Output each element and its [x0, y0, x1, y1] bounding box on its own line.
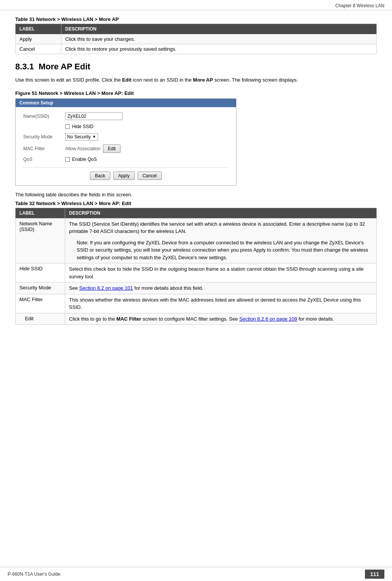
ui-button-row: Back Apply Cancel — [23, 167, 228, 180]
table-row: MAC Filter This shows whether the wirele… — [16, 294, 377, 313]
row-desc: Select this check box to hide the SSID i… — [65, 263, 377, 282]
name-ssid-input[interactable] — [65, 112, 122, 120]
qos-checkbox[interactable] — [65, 157, 70, 162]
apply-button[interactable]: Apply — [113, 172, 135, 180]
table-row: Network Name(SSID) The SSID (Service Set… — [16, 218, 377, 263]
table32-col-desc: DESCRIPTION — [65, 208, 377, 218]
figure51-label: Figure 51 Network > Wireless LAN > More … — [15, 90, 377, 96]
table31-col-label: LABEL — [16, 24, 61, 34]
cancel-button[interactable]: Cancel — [138, 172, 162, 180]
following-text: The following table describes the fields… — [15, 192, 377, 197]
name-ssid-label: Name(SSID) — [23, 114, 65, 119]
row-label: MAC Filter — [16, 294, 65, 313]
table31-col-desc: DESCRIPTION — [61, 24, 377, 34]
security-mode-control: No Security ▼ — [65, 133, 98, 141]
hide-ssid-control: Hide SSID — [65, 124, 93, 129]
back-button[interactable]: Back — [90, 172, 110, 180]
footer-right: 111 — [365, 570, 384, 579]
ui-screenshot-box: Common Setup Name(SSID) Hide SSID Securi… — [15, 98, 236, 186]
row-label: Hide SSID — [16, 263, 65, 282]
table31-caption: Table 31 Network > Wireless LAN > More A… — [15, 16, 377, 22]
row-label: Network Name(SSID) — [16, 218, 65, 263]
security-mode-row: Security Mode No Security ▼ — [23, 133, 228, 141]
table-row: Cancel Click this to restore your previo… — [16, 44, 377, 54]
hide-ssid-label: Hide SSID — [72, 124, 93, 129]
page-header: Chapter 8 Wireless LAN — [0, 0, 392, 10]
page-footer: P-660N-T1A User's Guide 111 — [0, 567, 392, 581]
row-desc: Click this to save your changes. — [61, 34, 377, 44]
row-desc: See Section 8.2 on page 101 for more det… — [65, 282, 377, 294]
row-label: Security Mode — [16, 282, 65, 294]
table-row: Apply Click this to save your changes. — [16, 34, 377, 44]
row-desc: The SSID (Service Set IDentity) identifi… — [65, 218, 377, 263]
security-mode-select[interactable]: No Security ▼ — [65, 133, 98, 141]
mac-filter-value: Allow Association — [65, 146, 101, 151]
security-mode-value: No Security — [67, 134, 91, 140]
qos-label: QoS — [23, 157, 65, 162]
mac-filter-label: MAC Filter — [23, 146, 65, 151]
table-row: Hide SSID Select this check box to hide … — [16, 263, 377, 282]
ui-box-body: Name(SSID) Hide SSID Security Mode No S — [16, 107, 236, 185]
section-heading: 8.3.1 More AP Edit — [15, 62, 377, 72]
select-arrow-icon: ▼ — [92, 135, 96, 139]
security-mode-label: Security Mode — [23, 134, 65, 140]
qos-value: Enable QoS — [72, 157, 97, 162]
table32: LABEL DESCRIPTION Network Name(SSID) The… — [15, 208, 377, 325]
row-label: Edit — [16, 313, 65, 325]
qos-control: Enable QoS — [65, 157, 97, 162]
mac-filter-edit-button[interactable]: Edit — [103, 144, 121, 153]
qos-row: QoS Enable QoS — [23, 157, 228, 162]
hide-ssid-row: Hide SSID — [23, 124, 228, 129]
mac-filter-control: Allow Association Edit — [65, 144, 120, 153]
name-ssid-row: Name(SSID) — [23, 112, 228, 120]
ui-box-header: Common Setup — [16, 99, 236, 107]
row-desc: Click this to restore your previously sa… — [61, 44, 377, 54]
chapter-title: Chapter 8 Wireless LAN — [335, 3, 384, 8]
section-intro: Use this screen to edit an SSID profile.… — [15, 76, 377, 84]
hide-ssid-checkbox[interactable] — [65, 124, 70, 129]
table31: LABEL DESCRIPTION Apply Click this to sa… — [15, 24, 377, 54]
footer-left: P-660N-T1A User's Guide — [8, 571, 60, 577]
table-row: Security Mode See Section 8.2 on page 10… — [16, 282, 377, 294]
table32-col-label: LABEL — [16, 208, 65, 218]
name-ssid-control — [65, 112, 122, 120]
table-row: Edit Click this to go to the MAC Filter … — [16, 313, 377, 325]
row-desc: This shows whether the wireless devices … — [65, 294, 377, 313]
row-label: Apply — [16, 34, 61, 44]
row-desc: Click this to go to the MAC Filter scree… — [65, 313, 377, 325]
table32-caption: Table 32 Network > Wireless LAN > More A… — [15, 201, 377, 206]
row-label: Cancel — [16, 44, 61, 54]
mac-filter-row: MAC Filter Allow Association Edit — [23, 144, 228, 153]
page-content: Table 31 Network > Wireless LAN > More A… — [0, 10, 392, 355]
